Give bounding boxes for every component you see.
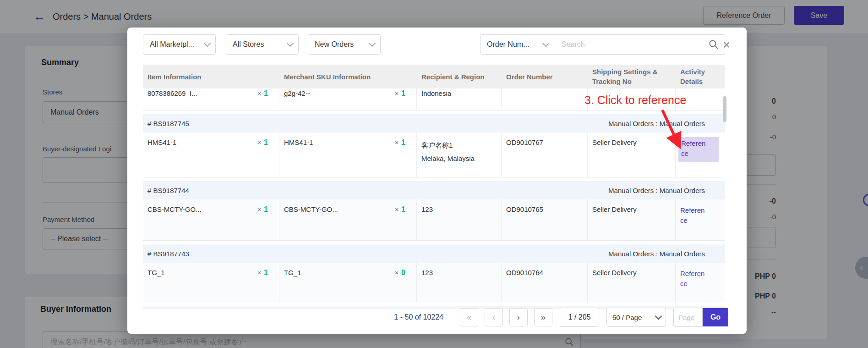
col-shipping-settings: Shipping Settings & Tracking No: [588, 65, 676, 88]
prev-page-button[interactable]: ‹: [485, 308, 503, 326]
times-icon: ×: [395, 206, 399, 213]
marketplace-filter-label: All Marketpl...: [150, 40, 194, 49]
recipient-region: Indonesia: [421, 89, 451, 97]
order-block: # BS9187743 Manual Orders : Manual Order…: [143, 244, 725, 302]
shipping-setting: Seller Delivery: [592, 205, 637, 213]
annotation-text: 3. Click to reference: [584, 94, 686, 107]
col-merchant-sku: Merchant SKU Information: [279, 65, 417, 88]
order-status-filter[interactable]: New Orders: [308, 34, 381, 55]
chevron-left-icon: ‹: [492, 312, 495, 322]
col-item-information: Item Information: [143, 65, 279, 88]
times-icon: ×: [395, 139, 399, 146]
item-qty: 1: [264, 138, 268, 146]
sku-qty: 1: [401, 138, 405, 146]
order-group-activity: Manual Orders : Manual Orders: [608, 250, 705, 258]
recipient-name: 客户名称1: [421, 138, 497, 152]
times-icon: ×: [257, 206, 261, 213]
chevron-down-icon: [655, 313, 662, 320]
table-row: HMS41-1 ×1 HMS41-1 ×1 客户名称1 Melaka, Mala…: [143, 133, 725, 177]
search-icon[interactable]: [708, 39, 719, 50]
col-activity-details: Activity Details: [676, 65, 725, 88]
shipping-setting: Seller Delivery: [592, 138, 637, 146]
last-page-button[interactable]: »: [534, 308, 552, 326]
item-qty: 1: [264, 89, 268, 97]
order-group-activity: Manual Orders : Manual Orders: [608, 187, 705, 194]
order-number: OD9010764: [506, 269, 543, 276]
screen: ← Orders > Manual Orders Reference Order…: [0, 0, 868, 348]
chevron-right-icon: ›: [517, 312, 520, 322]
col-order-number: Order Number: [502, 65, 588, 88]
annotation-arrow-icon: [654, 108, 693, 156]
reference-order-modal: All Marketpl... All Stores New Orders Or…: [127, 28, 747, 334]
page-input[interactable]: [674, 308, 702, 326]
order-block: # BS9187745 Manual Orders : Manual Order…: [143, 114, 725, 177]
first-page-button[interactable]: «: [460, 308, 478, 326]
item-qty: 1: [264, 205, 268, 213]
times-icon: ×: [257, 139, 261, 146]
stores-filter-label: All Stores: [233, 40, 264, 49]
times-icon: ×: [395, 269, 399, 276]
chevron-down-icon: [287, 40, 294, 47]
pagination-range: 1 - 50 of 10224: [394, 313, 443, 321]
page-indicator: 1 / 205: [560, 308, 599, 327]
item-name: CBS-MCTY-GO...: [147, 205, 202, 213]
table-row: CBS-MCTY-GO... ×1 CBS-MCTY-GO... ×1 123 …: [143, 199, 725, 241]
order-group-id: # BS9187745: [147, 120, 189, 127]
order-group-header: # BS9187743 Manual Orders : Manual Order…: [143, 244, 725, 263]
search-type-filter[interactable]: Order Num...: [480, 34, 554, 55]
pagination: 1 - 50 of 10224 « ‹ › » 1 / 205 50 / Pag…: [394, 306, 728, 328]
order-number: OD9010767: [506, 138, 543, 146]
times-icon: ×: [395, 90, 399, 97]
sku-name: HMS41-1: [284, 138, 313, 146]
recipient-region: 123: [421, 269, 433, 276]
table-header: Item Information Merchant SKU Informatio…: [143, 65, 725, 88]
sku-name: TG_1: [284, 269, 301, 276]
order-search-box: [554, 34, 725, 55]
order-search-input[interactable]: [554, 40, 708, 49]
page-size-label: 50 / Page: [612, 314, 642, 321]
item-name: HMS41-1: [147, 138, 176, 146]
order-number: OD9010765: [506, 205, 543, 213]
sku-name: CBS-MCTY-GO...: [284, 205, 338, 213]
close-icon[interactable]: ×: [723, 39, 730, 51]
stores-filter[interactable]: All Stores: [226, 34, 299, 55]
col-recipient-region: Recipient & Region: [417, 65, 502, 88]
chevron-down-icon: [204, 40, 211, 47]
order-group-id: # BS9187744: [147, 187, 189, 194]
order-group-header: # BS9187744 Manual Orders : Manual Order…: [143, 181, 725, 199]
sku-qty: 1: [401, 89, 405, 97]
order-block: # BS9187744 Manual Orders : Manual Order…: [143, 181, 725, 241]
order-status-filter-label: New Orders: [315, 40, 354, 49]
double-chevron-left-icon: «: [467, 312, 472, 322]
table-row: TG_1 ×1 TG_1 ×0 123 OD9010764 Seller Del…: [143, 263, 725, 302]
go-button[interactable]: Go: [703, 308, 728, 326]
item-name: 8078386269_I...: [147, 89, 197, 97]
order-group-header: # BS9187745 Manual Orders : Manual Order…: [143, 114, 725, 133]
shipping-setting: Seller Delivery: [592, 269, 637, 276]
sku-qty: 0: [401, 269, 405, 276]
marketplace-filter[interactable]: All Marketpl...: [143, 34, 216, 55]
item-name: TG_1: [147, 269, 165, 276]
search-type-filter-label: Order Num...: [487, 40, 529, 49]
table-body: 8078386269_I... ×1 g2g-42-- ×1 Indonesia…: [143, 88, 725, 309]
double-chevron-right-icon: »: [541, 312, 546, 322]
item-qty: 1: [264, 269, 268, 276]
page-input-wrap: [673, 308, 703, 327]
order-group-id: # BS9187743: [147, 250, 189, 258]
scrollbar-thumb[interactable]: [723, 96, 726, 122]
sku-qty: 1: [401, 205, 405, 213]
times-icon: ×: [257, 269, 261, 276]
reference-link[interactable]: Reference: [680, 269, 707, 289]
chevron-down-icon: [542, 40, 550, 47]
recipient-region: Melaka, Malaysia: [421, 152, 497, 165]
page-size-select[interactable]: 50 / Page: [606, 308, 666, 327]
reference-link[interactable]: Reference: [680, 205, 707, 226]
recipient-region: 123: [421, 205, 433, 213]
chevron-down-icon: [369, 40, 376, 47]
times-icon: ×: [257, 90, 261, 97]
sku-name: g2g-42--: [284, 89, 310, 97]
next-page-button[interactable]: ›: [509, 308, 528, 326]
